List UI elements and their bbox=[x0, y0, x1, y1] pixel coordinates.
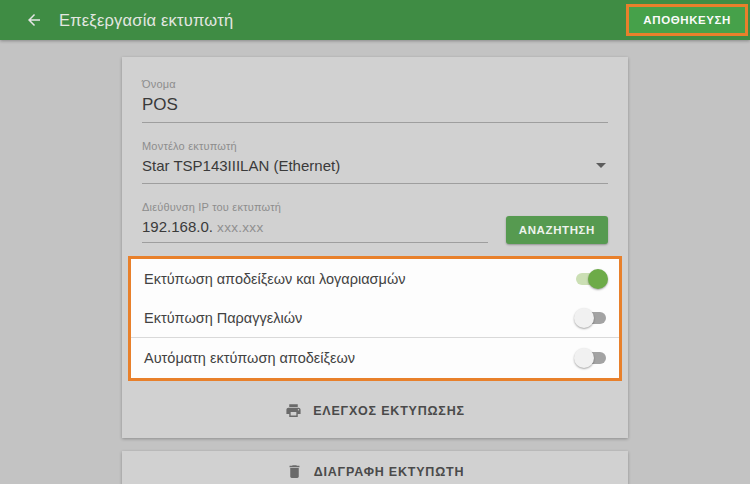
model-value: Star TSP143IIILAN (Ethernet) bbox=[142, 157, 596, 174]
switch-thumb bbox=[574, 308, 594, 328]
switch-thumb bbox=[588, 269, 608, 289]
save-button[interactable]: ΑΠΟΘΗΚΕΥΣΗ bbox=[629, 7, 745, 33]
switch-thumb bbox=[574, 348, 594, 368]
toggle-label: Εκτύπωση αποδείξεων και λογαριασμών bbox=[144, 271, 574, 287]
toggle-row-auto-print[interactable]: Αυτόματη εκτύπωση αποδείξεων bbox=[131, 338, 619, 378]
test-print-button[interactable]: ΕΛΕΓΧΟΣ ΕΚΤΥΠΩΣΗΣ bbox=[122, 392, 628, 429]
toggle-row-print-receipts[interactable]: Εκτύπωση αποδείξεων και λογαριασμών bbox=[131, 259, 619, 298]
model-select[interactable]: Star TSP143IIILAN (Ethernet) bbox=[142, 157, 608, 184]
test-print-label: ΕΛΕΓΧΟΣ ΕΚΤΥΠΩΣΗΣ bbox=[313, 404, 465, 418]
ip-field: Διεύθυνση IP του εκτυπωτή 192.168.0. xxx… bbox=[142, 201, 608, 244]
name-field: Όνομα POS bbox=[142, 57, 608, 123]
name-input[interactable]: POS bbox=[142, 95, 608, 123]
ip-label: Διεύθυνση IP του εκτυπωτή bbox=[142, 201, 608, 213]
caret-down-icon bbox=[596, 163, 606, 168]
toggle-switch[interactable] bbox=[574, 348, 608, 368]
trash-icon bbox=[286, 463, 303, 480]
ip-value: 192.168.0. bbox=[142, 218, 213, 235]
app-bar: Επεξεργασία εκτυπωτή ΑΠΟΘΗΚΕΥΣΗ bbox=[0, 0, 750, 40]
delete-printer-button[interactable]: ΔΙΑΓΡΑΦΗ ΕΚΤΥΠΩΤΗ bbox=[122, 451, 628, 484]
toggle-label: Εκτύπωση Παραγγελιών bbox=[144, 310, 574, 326]
ip-placeholder: xxx.xxx bbox=[217, 220, 263, 235]
save-highlight-annotation: ΑΠΟΘΗΚΕΥΣΗ bbox=[626, 4, 748, 36]
printer-icon bbox=[285, 402, 302, 419]
search-button[interactable]: ΑΝΑΖΗΤΗΣΗ bbox=[506, 216, 608, 244]
toggle-switch[interactable] bbox=[574, 269, 608, 289]
toggle-group-highlight-annotation: Εκτύπωση αποδείξεων και λογαριασμών Εκτύ… bbox=[128, 256, 622, 381]
ip-input[interactable]: 192.168.0. xxx.xxx bbox=[142, 218, 488, 243]
delete-printer-label: ΔΙΑΓΡΑΦΗ ΕΚΤΥΠΩΤΗ bbox=[314, 465, 465, 479]
model-field: Μοντέλο εκτυπωτή Star TSP143IIILAN (Ethe… bbox=[142, 140, 608, 184]
ip-row: 192.168.0. xxx.xxx ΑΝΑΖΗΤΗΣΗ bbox=[142, 213, 608, 244]
printer-form-card: Όνομα POS Μοντέλο εκτυπωτή Star TSP143II… bbox=[122, 57, 628, 438]
toggle-switch[interactable] bbox=[574, 308, 608, 328]
back-arrow-icon[interactable] bbox=[25, 11, 43, 29]
model-label: Μοντέλο εκτυπωτή bbox=[142, 140, 608, 152]
toggle-row-print-orders[interactable]: Εκτύπωση Παραγγελιών bbox=[131, 298, 619, 337]
content: Όνομα POS Μοντέλο εκτυπωτή Star TSP143II… bbox=[0, 57, 750, 484]
toggle-label: Αυτόματη εκτύπωση αποδείξεων bbox=[144, 350, 574, 366]
delete-card: ΔΙΑΓΡΑΦΗ ΕΚΤΥΠΩΤΗ bbox=[122, 451, 628, 484]
name-label: Όνομα bbox=[142, 78, 608, 90]
printer-edit-screen: { "colors": { "header_green": "#3f8c44",… bbox=[0, 0, 750, 484]
page-title: Επεξεργασία εκτυπωτή bbox=[59, 11, 233, 30]
